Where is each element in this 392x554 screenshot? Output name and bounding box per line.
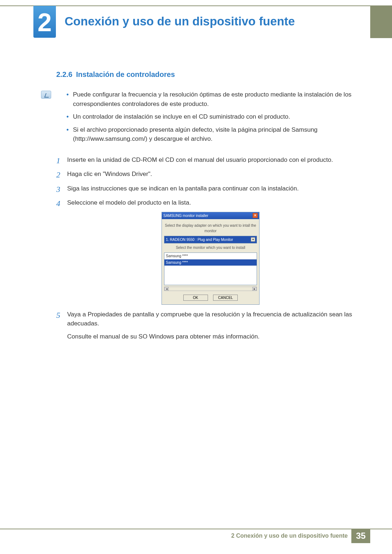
step-number: 5: [56, 309, 60, 321]
list-item[interactable]: Samsung ****: [164, 259, 257, 266]
chevron-down-icon[interactable]: ▾: [251, 237, 255, 242]
step-text: Vaya a Propiedades de pantalla y comprue…: [67, 311, 352, 327]
list-item[interactable]: Samsung ****: [164, 253, 257, 259]
note-icon: [41, 91, 51, 99]
cancel-button[interactable]: CANCEL: [213, 295, 238, 301]
installer-body: Select the display adapter on which you …: [162, 219, 259, 304]
step-text: Seleccione el modelo del producto en la …: [67, 199, 191, 206]
adapter-dropdown[interactable]: 1. RADEON 9550 : Plug and Play Monitor ▾: [164, 236, 257, 243]
section-heading: 2.2.6Instalación de controladores: [56, 69, 354, 80]
note-bullet: Puede configurar la frecuencia y la reso…: [73, 90, 354, 108]
installer-adapter-label: Select the display adapter on which you …: [164, 223, 257, 234]
note-bullet: Un controlador de instalación se incluye…: [73, 112, 354, 122]
close-icon[interactable]: ×: [253, 213, 258, 218]
installer-button-row: OK CANCEL: [164, 295, 257, 301]
top-right-tab: [370, 5, 392, 38]
numbered-steps: 1 Inserte en la unidad de CD-ROM el CD c…: [56, 155, 354, 341]
step-number: 1: [56, 155, 60, 167]
page-content: 2.2.6Instalación de controladores Puede …: [56, 69, 354, 346]
step: 4 Seleccione el modelo del producto en l…: [56, 198, 354, 305]
note-bullet-list: Puede configurar la frecuencia y la reso…: [73, 90, 354, 147]
step-number: 2: [56, 169, 60, 181]
step: 5 Vaya a Propiedades de pantalla y compr…: [56, 310, 354, 341]
installer-title: SAMSUNG monitor installer: [163, 213, 208, 218]
chapter-number-badge: 2: [33, 6, 56, 38]
adapter-selected-value: 1. RADEON 9550 : Plug and Play Monitor: [166, 237, 233, 242]
section-number: 2.2.6: [56, 70, 72, 78]
step-text: Haga clic en "Windows Driver".: [67, 171, 152, 177]
section-title: Instalación de controladores: [76, 70, 175, 78]
footer-rule: [0, 529, 392, 529]
installer-titlebar: SAMSUNG monitor installer ×: [162, 212, 259, 219]
step: 2 Haga clic en "Windows Driver".: [56, 169, 354, 179]
monitor-list[interactable]: Samsung **** Samsung ****: [164, 253, 257, 285]
step-number: 4: [56, 197, 60, 209]
footer-page-number: 35: [351, 529, 370, 543]
installer-monitor-label: Select the monitor which you want to ins…: [164, 245, 257, 250]
scroll-right-icon[interactable]: ▸: [252, 287, 257, 291]
step-text: Inserte en la unidad de CD-ROM el CD con…: [67, 156, 333, 163]
top-rule: [0, 5, 392, 6]
step-note: Consulte el manual de su SO Windows para…: [67, 333, 260, 340]
note-block: Puede configurar la frecuencia y la reso…: [56, 90, 354, 147]
page-footer: 2 Conexión y uso de un dispositivo fuent…: [0, 529, 392, 543]
step: 3 Siga las instrucciones que se indican …: [56, 184, 354, 193]
installer-dialog: SAMSUNG monitor installer × Select the d…: [162, 212, 260, 305]
ok-button[interactable]: OK: [183, 295, 208, 301]
chapter-title: Conexión y uso de un dispositivo fuente: [65, 12, 295, 30]
horizontal-scrollbar[interactable]: ◂ ▸: [164, 287, 257, 291]
step-text: Siga las instrucciones que se indican en…: [67, 185, 299, 192]
step-number: 3: [56, 183, 60, 195]
note-bullet: Si el archivo proporcionado presenta alg…: [73, 125, 354, 144]
footer-chapter-title: 2 Conexión y uso de un dispositivo fuent…: [231, 532, 351, 540]
step: 1 Inserte en la unidad de CD-ROM el CD c…: [56, 155, 354, 165]
scroll-left-icon[interactable]: ◂: [164, 287, 169, 291]
